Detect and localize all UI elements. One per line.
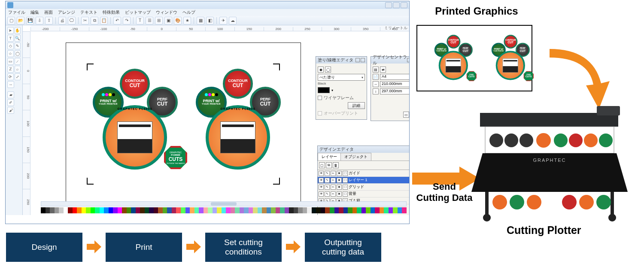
fill-mode-select[interactable]: べた塗り xyxy=(318,74,365,81)
layer-row[interactable]: 👁 ✎ ✂ ✖ ☐ ガイド xyxy=(318,170,409,177)
layer-row[interactable]: 👁 ✎ ✂ ✖ ☐ グリッド xyxy=(318,184,409,191)
color-swatch[interactable] xyxy=(402,207,407,213)
redo-icon[interactable]: ↷ xyxy=(123,17,131,24)
group-icon[interactable]: ▣ xyxy=(164,17,172,24)
color-swatch[interactable] xyxy=(276,207,280,213)
paste-icon[interactable]: 📋 xyxy=(100,17,108,24)
color-swatch[interactable] xyxy=(158,207,163,213)
panel-close-icon[interactable] xyxy=(361,58,365,62)
color-swatch[interactable] xyxy=(226,207,231,213)
color-swatch[interactable] xyxy=(181,207,185,213)
eye-icon[interactable]: 👁 xyxy=(319,191,324,197)
color-swatch[interactable] xyxy=(185,207,190,213)
color-swatch[interactable] xyxy=(334,207,339,213)
color-swatch[interactable] xyxy=(190,207,194,213)
color-swatch[interactable] xyxy=(100,207,104,213)
design-central-panel[interactable]: デザインセントラル ▤⇄ 📄A4 ↔210.000mm ↕297.000mm ▭… xyxy=(371,56,409,121)
open-icon[interactable]: 📂 xyxy=(17,17,24,24)
star-tool-icon[interactable]: ★ xyxy=(183,17,191,24)
color-swatch[interactable] xyxy=(95,207,100,213)
eye-icon[interactable]: 👁 xyxy=(319,185,324,190)
color-swatch[interactable] xyxy=(371,207,375,213)
canvas-scrollbar-h[interactable] xyxy=(41,201,407,206)
color-swatch[interactable] xyxy=(307,207,312,213)
color-swatch[interactable] xyxy=(109,207,113,213)
lock-icon[interactable]: ✎ xyxy=(325,171,330,176)
color-swatch[interactable] xyxy=(357,207,361,213)
dims-tool-icon[interactable]: ↔ xyxy=(7,81,14,88)
plotter-icon[interactable]: ✈ xyxy=(219,17,227,24)
color-swatch[interactable] xyxy=(389,207,393,213)
hand-tool-icon[interactable]: ✋ xyxy=(15,27,21,34)
color-swatch[interactable] xyxy=(330,207,334,213)
maximize-button[interactable] xyxy=(393,2,400,8)
color-swatch[interactable] xyxy=(316,207,321,213)
wireframe-checkbox[interactable] xyxy=(318,96,322,100)
color-swatch[interactable] xyxy=(380,207,384,213)
color-swatch[interactable] xyxy=(136,207,140,213)
color-swatch[interactable] xyxy=(91,207,95,213)
copy-icon[interactable]: ⧉ xyxy=(91,17,98,24)
layer-row[interactable]: 👁 ✎ ✂ ✖ ☐ 背景 xyxy=(318,191,409,197)
menu-item[interactable]: ヘルプ xyxy=(182,9,195,15)
swatches-icon[interactable]: ▦ xyxy=(197,17,204,24)
color-swatch[interactable] xyxy=(149,207,154,213)
lock-icon[interactable]: ✎ xyxy=(325,185,330,190)
color-swatch[interactable] xyxy=(318,87,330,93)
rotate-tool-icon[interactable]: ⟳ xyxy=(7,73,14,80)
color-swatch[interactable] xyxy=(167,207,172,213)
scan-icon[interactable]: 🖵 xyxy=(68,17,76,24)
knife-tool-icon[interactable]: ⟋ xyxy=(15,58,21,65)
lock-icon[interactable]: ✎ xyxy=(325,191,330,197)
orient-icon[interactable]: ⇄ xyxy=(380,67,386,73)
undo-icon[interactable]: ↶ xyxy=(113,17,121,24)
tab-layer[interactable]: レイヤー xyxy=(318,153,341,161)
paper-select[interactable]: A4 xyxy=(380,74,409,80)
list-icon[interactable]: ☰ xyxy=(146,17,153,24)
color-swatch[interactable] xyxy=(208,207,213,213)
color-swatch[interactable] xyxy=(163,207,167,213)
color-swatch[interactable] xyxy=(294,207,298,213)
color-swatch[interactable] xyxy=(231,207,235,213)
new-icon[interactable]: ▢ xyxy=(7,17,15,24)
text-palette-icon[interactable]: T xyxy=(136,17,144,24)
color-swatch[interactable] xyxy=(280,207,285,213)
color-swatch[interactable] xyxy=(176,207,181,213)
import-icon[interactable]: ⇩ xyxy=(36,17,43,24)
color-swatch[interactable] xyxy=(321,207,325,213)
color-swatch[interactable] xyxy=(253,207,258,213)
color-swatch[interactable] xyxy=(41,207,46,213)
color-swatch[interactable] xyxy=(398,207,402,213)
color-swatch[interactable] xyxy=(339,207,343,213)
color-swatch[interactable] xyxy=(59,207,64,213)
color-swatch[interactable] xyxy=(312,207,316,213)
color-swatch[interactable] xyxy=(122,207,127,213)
cut-icon[interactable]: ✂ xyxy=(81,17,89,24)
color-swatch[interactable] xyxy=(325,207,330,213)
menu-item[interactable]: 特殊効果 xyxy=(103,9,120,15)
color-swatch[interactable] xyxy=(140,207,145,213)
color-swatch[interactable] xyxy=(352,207,357,213)
text-tool-icon[interactable]: T xyxy=(7,35,14,42)
color-swatch[interactable] xyxy=(375,207,380,213)
color-swatch[interactable] xyxy=(64,207,68,213)
panel-collapse-icon[interactable] xyxy=(407,58,409,62)
stroke-icon[interactable]: ◯ xyxy=(325,67,331,73)
color-swatch[interactable] xyxy=(145,207,149,213)
rect-tool-icon[interactable]: ▭ xyxy=(7,58,14,65)
color-swatch[interactable] xyxy=(298,207,303,213)
color-swatch[interactable] xyxy=(127,207,131,213)
new-layer-icon[interactable]: ▢ xyxy=(319,162,325,168)
color-swatch[interactable] xyxy=(204,207,208,213)
color-swatch[interactable] xyxy=(73,207,77,213)
color-swatch[interactable] xyxy=(289,207,294,213)
menu-item[interactable]: ファイル xyxy=(8,9,25,15)
menu-item[interactable]: 画面 xyxy=(44,9,53,15)
color-swatch[interactable] xyxy=(267,207,271,213)
cut-layer-icon[interactable]: ✖ xyxy=(337,185,342,190)
menu-item[interactable]: ビットマップ xyxy=(125,9,151,15)
minimize-button[interactable] xyxy=(385,2,392,8)
menu-item[interactable]: 編集 xyxy=(30,9,39,15)
color-swatch[interactable] xyxy=(82,207,86,213)
select-tool-icon[interactable]: ➤ xyxy=(7,27,14,34)
